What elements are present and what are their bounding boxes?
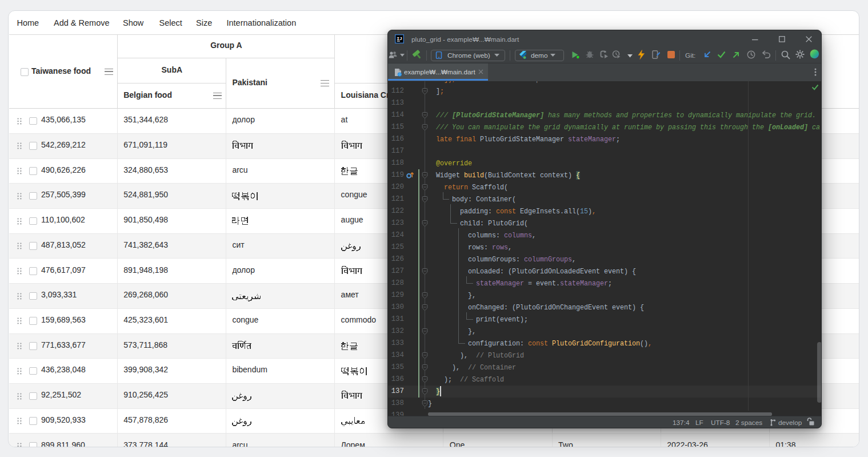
svg-text:IJ: IJ: [397, 36, 402, 41]
